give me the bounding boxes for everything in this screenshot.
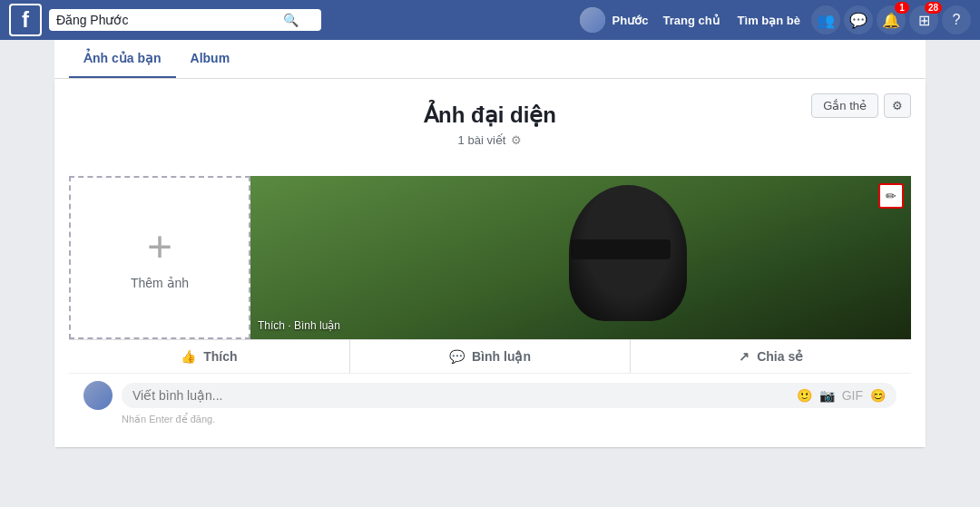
- home-link[interactable]: Trang chủ: [655, 14, 726, 27]
- user-name[interactable]: Phước: [612, 14, 649, 27]
- comment-row: 🙂 📷 GIF 😊: [83, 381, 897, 410]
- edit-photo-button[interactable]: ✏: [878, 183, 904, 209]
- album-meta: 1 bài viết ⚙: [69, 133, 911, 147]
- search-input[interactable]: [56, 13, 283, 27]
- plus-icon: +: [147, 225, 172, 268]
- emoji-sticker-icon[interactable]: 😊: [870, 388, 886, 403]
- nav-right: Phước Trang chủ Tìm bạn bè 👥 💬 🔔 1 ⊞ 28 …: [580, 5, 971, 34]
- add-friend-button[interactable]: 👥: [811, 5, 840, 34]
- meta-gear-icon[interactable]: ⚙: [511, 133, 522, 147]
- album-header-actions: Gắn thẻ ⚙: [811, 93, 911, 118]
- add-photo-label: Thêm ảnh: [131, 276, 189, 290]
- content-area: Gắn thẻ ⚙ Ảnh đại diện 1 bài viết ⚙ + Th…: [54, 79, 926, 447]
- comment-input-wrap[interactable]: 🙂 📷 GIF 😊: [122, 383, 897, 408]
- comment-hint: Nhấn Enter để đăng.: [83, 410, 897, 425]
- album-card: Gắn thẻ ⚙ Ảnh đại diện 1 bài viết ⚙ + Th…: [54, 79, 926, 447]
- commenter-avatar: [83, 381, 113, 410]
- share-button[interactable]: ↗ Chia sẻ: [631, 340, 911, 373]
- tag-button[interactable]: Gắn thẻ: [811, 93, 878, 118]
- search-bar[interactable]: 🔍: [49, 9, 321, 31]
- facebook-logo[interactable]: f: [9, 4, 42, 36]
- comment-button[interactable]: 💬 Bình luận: [350, 340, 632, 373]
- navbar: f 🔍 Phước Trang chủ Tìm bạn bè 👥 💬 🔔 1: [0, 0, 980, 40]
- notifications-badge: 1: [895, 2, 909, 14]
- notifications-button[interactable]: 🔔 1: [877, 5, 906, 34]
- emoji-smiley-icon[interactable]: 🙂: [797, 388, 812, 403]
- comment-emoji-icons: 🙂 📷 GIF 😊: [797, 388, 886, 403]
- gear-button[interactable]: ⚙: [884, 93, 911, 118]
- add-photo-box[interactable]: + Thêm ảnh: [69, 176, 250, 339]
- app-badge: 28: [925, 2, 942, 14]
- action-bar: 👍 Thích 💬 Bình luận ↗ Chia sẻ: [69, 339, 911, 373]
- main-photo: ✏: [250, 176, 911, 339]
- messages-button[interactable]: 💬: [844, 5, 873, 34]
- tabs-bar: Ảnh của bạn Album: [54, 40, 926, 79]
- album-title: Ảnh đại diện: [69, 102, 911, 128]
- search-icon[interactable]: 🔍: [283, 13, 299, 27]
- user-avatar[interactable]: [580, 7, 605, 33]
- album-header: Gắn thẻ ⚙ Ảnh đại diện 1 bài viết ⚙: [69, 93, 911, 161]
- like-icon: 👍: [181, 349, 196, 364]
- tab-albums[interactable]: Album: [176, 40, 245, 78]
- emoji-gif-icon[interactable]: GIF: [842, 388, 863, 403]
- find-friends-link[interactable]: Tìm bạn bè: [730, 14, 808, 27]
- comment-input[interactable]: [132, 388, 797, 403]
- comment-icon: 💬: [449, 349, 465, 364]
- photo-grid: + Thêm ảnh ✏: [69, 176, 911, 339]
- photo-overlay-text: Thích · Bình luận: [258, 319, 340, 332]
- tab-my-photos[interactable]: Ảnh của bạn: [69, 40, 176, 78]
- app-notifications-button[interactable]: ⊞ 28: [909, 5, 938, 34]
- emoji-camera-icon[interactable]: 📷: [819, 388, 835, 403]
- photo-image[interactable]: [250, 176, 911, 339]
- main-container: Ảnh của bạn Album Gắn thẻ ⚙ Ảnh đại diện…: [54, 40, 926, 447]
- share-icon: ↗: [739, 349, 750, 364]
- like-button[interactable]: 👍 Thích: [69, 340, 350, 373]
- comment-section: 🙂 📷 GIF 😊 Nhấn Enter để đăng.: [69, 373, 911, 433]
- help-button[interactable]: ?: [942, 5, 971, 34]
